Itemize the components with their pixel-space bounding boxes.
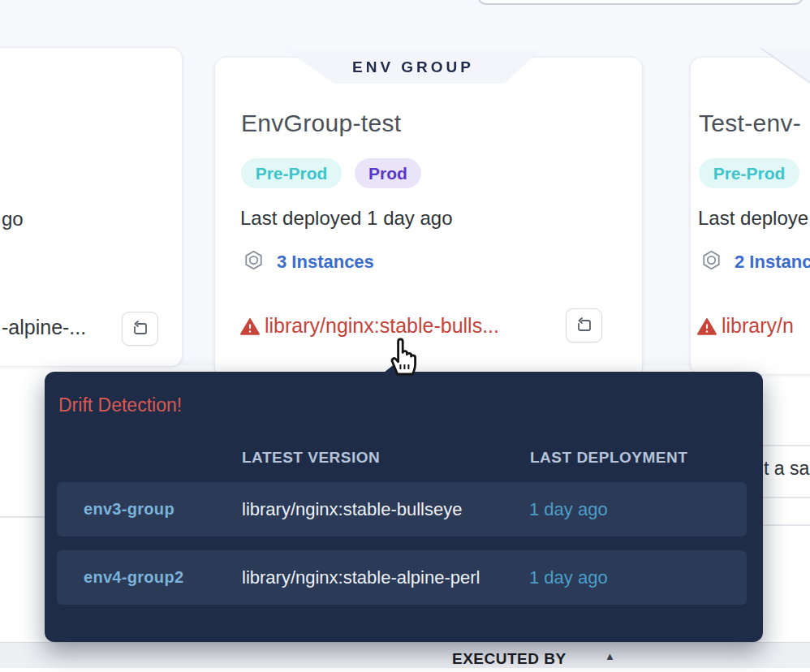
drift-detection-tooltip: Drift Detection! LATEST VERSION LAST DEP… bbox=[45, 372, 763, 642]
background-row-divider bbox=[0, 516, 45, 518]
instances-icon bbox=[700, 249, 722, 271]
left-card-image-fragment: -alpine-... bbox=[2, 316, 86, 339]
drift-row: env3-group library/nginx:stable-bullseye… bbox=[57, 482, 747, 536]
redeploy-icon bbox=[575, 316, 594, 335]
background-row-divider bbox=[763, 497, 810, 498]
drift-image-link[interactable]: library/n bbox=[722, 314, 794, 338]
sort-ascending-icon[interactable]: ▲ bbox=[605, 650, 615, 662]
cursor-pointer-icon bbox=[381, 333, 422, 378]
last-deployment-value: 1 day ago bbox=[529, 550, 608, 605]
env-group-link[interactable]: env3-group bbox=[84, 482, 174, 536]
drift-detection-title: Drift Detection! bbox=[58, 394, 182, 416]
left-card-last-deployed-fragment: go bbox=[2, 208, 24, 230]
badge-pre-prod: Pre-Prod bbox=[699, 158, 799, 188]
env-groups-dashboard: go -alpine-... ENV GROUP EnvGroup-test P… bbox=[0, 0, 810, 672]
latest-version-value: library/nginx:stable-bullseye bbox=[242, 482, 462, 536]
background-text-fragment: t a sa bbox=[764, 458, 809, 480]
redeploy-icon bbox=[131, 319, 150, 338]
left-card-redeploy-button[interactable] bbox=[122, 312, 158, 346]
column-header-last-deployment: LAST DEPLOYMENT bbox=[530, 449, 687, 467]
background-row-divider bbox=[763, 524, 810, 526]
env-group-ribbon-fragment bbox=[755, 45, 810, 86]
center-card-redeploy-button[interactable] bbox=[566, 308, 602, 342]
badge-prod: Prod bbox=[355, 158, 421, 188]
column-header-latest-version: LATEST VERSION bbox=[242, 449, 380, 467]
last-deployment-value: 1 day ago bbox=[529, 482, 608, 536]
warning-icon bbox=[696, 317, 717, 338]
last-deployed-text: Last deployed 1 day ago bbox=[240, 207, 453, 230]
background-row-divider bbox=[763, 445, 810, 446]
top-search-bar-fragment[interactable] bbox=[477, 0, 804, 5]
env-group-title: EnvGroup-test bbox=[241, 110, 401, 137]
executed-by-column-header[interactable]: EXECUTED BY bbox=[452, 650, 567, 668]
latest-version-value: library/nginx:stable-alpine-perl bbox=[242, 550, 480, 605]
warning-icon bbox=[239, 317, 261, 338]
table-header-bar bbox=[0, 642, 810, 668]
badge-pre-prod: Pre-Prod bbox=[241, 158, 342, 188]
instances-link[interactable]: 3 Instances bbox=[277, 252, 374, 273]
instances-link[interactable]: 2 Instance bbox=[735, 252, 810, 273]
instances-icon bbox=[243, 249, 265, 271]
env-group-title: Test-env- bbox=[699, 110, 801, 137]
last-deployed-text: Last deploye bbox=[698, 207, 808, 230]
env-group-link[interactable]: env4-group2 bbox=[84, 550, 183, 605]
drift-row: env4-group2 library/nginx:stable-alpine-… bbox=[57, 550, 747, 605]
